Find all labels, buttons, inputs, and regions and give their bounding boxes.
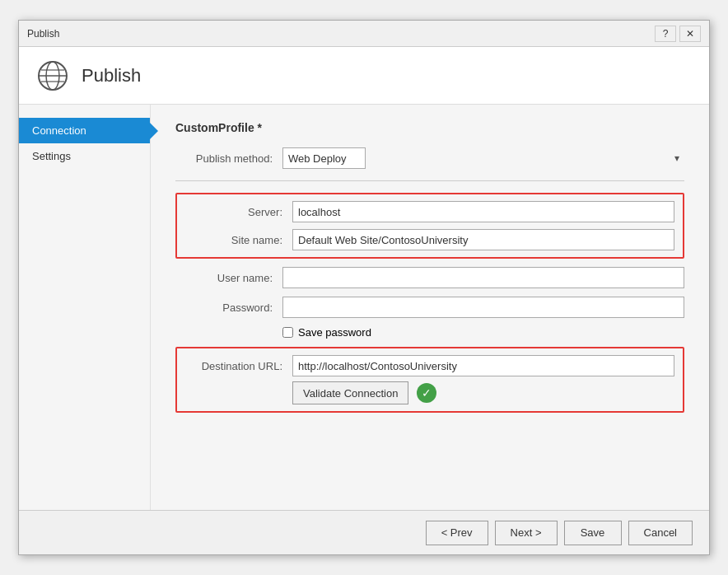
sidebar-item-connection[interactable]: Connection <box>19 118 150 143</box>
close-button[interactable]: ✕ <box>679 26 701 42</box>
sidebar: Connection Settings <box>19 105 151 510</box>
save-password-group: Save password <box>282 326 684 339</box>
password-input[interactable] <box>282 297 684 318</box>
main-area: CustomProfile * Publish method: Web Depl… <box>151 105 709 510</box>
cancel-button[interactable]: Cancel <box>628 521 693 545</box>
help-button[interactable]: ? <box>655 26 676 42</box>
server-sitename-highlight: Server: Site name: <box>175 193 684 259</box>
publish-method-group: Publish method: Web Deploy <box>175 147 684 169</box>
site-name-label: Site name: <box>185 234 292 246</box>
destination-url-group: Destination URL: <box>185 355 674 376</box>
title-bar-buttons: ? ✕ <box>655 26 701 42</box>
site-name-input[interactable] <box>292 229 674 250</box>
server-label: Server: <box>185 206 292 218</box>
username-group: User name: <box>175 267 684 288</box>
header-area: Publish <box>19 47 709 105</box>
save-password-label: Save password <box>298 326 371 339</box>
username-input[interactable] <box>282 267 684 288</box>
validation-success-icon: ✓ <box>417 383 436 403</box>
save-button[interactable]: Save <box>564 521 622 545</box>
footer: < Prev Next > Save Cancel <box>19 510 709 554</box>
server-group: Server: <box>185 201 674 222</box>
check-icon: ✓ <box>422 386 432 400</box>
content-area: Connection Settings CustomProfile * Publ… <box>19 105 709 510</box>
sidebar-item-connection-label: Connection <box>32 124 86 137</box>
publish-method-select-wrapper: Web Deploy <box>282 147 684 169</box>
server-input[interactable] <box>292 201 674 222</box>
password-group: Password: <box>175 297 684 318</box>
globe-icon <box>35 58 70 93</box>
next-button[interactable]: Next > <box>495 521 558 545</box>
title-bar: Publish ? ✕ <box>19 21 709 47</box>
sidebar-item-settings-label: Settings <box>32 150 71 162</box>
sidebar-item-settings[interactable]: Settings <box>19 143 150 169</box>
publish-method-select[interactable]: Web Deploy <box>282 147 366 169</box>
separator <box>175 180 684 181</box>
section-title: CustomProfile * <box>175 121 684 134</box>
destination-highlight: Destination URL: Validate Connection ✓ <box>175 347 684 413</box>
destination-url-input[interactable] <box>292 355 674 376</box>
destination-url-label: Destination URL: <box>185 360 292 372</box>
site-name-group: Site name: <box>185 229 674 250</box>
password-label: Password: <box>175 302 282 314</box>
header-title: Publish <box>82 65 141 86</box>
prev-button[interactable]: < Prev <box>426 521 488 545</box>
save-password-checkbox[interactable] <box>282 327 293 338</box>
publish-dialog: Publish ? ✕ Publish Connection Setting <box>18 20 710 555</box>
validate-row: Validate Connection ✓ <box>292 381 674 404</box>
publish-method-label: Publish method: <box>175 152 282 165</box>
username-label: User name: <box>175 272 282 284</box>
title-bar-text: Publish <box>27 28 59 40</box>
validate-connection-button[interactable]: Validate Connection <box>292 381 408 404</box>
